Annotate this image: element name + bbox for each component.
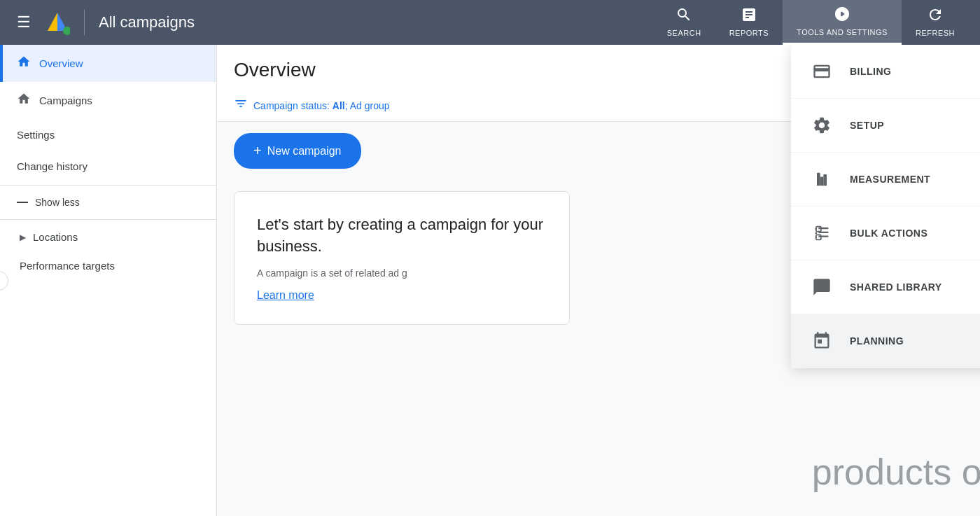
hamburger-menu[interactable]: ☰	[11, 9, 36, 36]
reports-label: REPORTS	[729, 29, 769, 38]
search-label: SEARCH	[667, 29, 701, 38]
dropdown-item-shared-library[interactable]: SHARED LIBRARY ∨	[791, 260, 980, 314]
page-title: All campaigns	[99, 13, 645, 32]
dropdown-item-setup[interactable]: SETUP ∨	[791, 99, 980, 153]
search-button[interactable]: SEARCH	[653, 1, 715, 43]
nav-divider	[84, 10, 85, 35]
sidebar-item-locations[interactable]: ▶ Locations	[0, 223, 216, 251]
tools-settings-label: TOOLS AND SETTINGS	[797, 28, 888, 37]
refresh-label: REFRESH	[916, 29, 955, 38]
svg-rect-3	[817, 173, 820, 186]
sidebar-item-change-history-left: Change history	[17, 160, 88, 172]
shared-library-label: SHARED LIBRARY	[850, 281, 980, 293]
nav-actions: SEARCH REPORTS TOOLS AND SETTINGS REFRES…	[653, 0, 969, 45]
sidebar-divider2	[0, 219, 216, 220]
measurement-label: MEASUREMENT	[850, 174, 980, 185]
billing-label: BILLING	[850, 66, 980, 77]
svg-rect-5	[823, 174, 827, 186]
empty-state-title: Let's start by creating a campaign for y…	[257, 214, 547, 258]
sidebar-campaigns-label: Campaigns	[39, 95, 92, 106]
sidebar-settings-label: Settings	[17, 129, 55, 141]
sidebar-divider	[0, 185, 216, 186]
dropdown-item-bulk-actions[interactable]: BULK ACTIONS ∨	[791, 207, 980, 260]
sidebar-performance-targets-label: Performance targets	[20, 260, 115, 272]
sidebar-item-overview[interactable]: Overview	[0, 45, 216, 82]
top-navigation: ☰ All campaigns SEARCH REPORTS	[0, 0, 980, 45]
filter-bold: All	[332, 100, 345, 111]
tools-icon	[834, 6, 850, 25]
sidebar-locations-label: Locations	[33, 231, 78, 243]
campaigns-icon	[17, 92, 31, 109]
refresh-button[interactable]: REFRESH	[902, 1, 969, 43]
sidebar: Overview Campaigns Settings Change histo…	[0, 45, 217, 516]
bulk-actions-label: BULK ACTIONS	[850, 228, 980, 239]
bulk-actions-icon	[808, 219, 836, 247]
sidebar-item-performance-targets[interactable]: Performance targets	[0, 251, 216, 280]
search-icon	[676, 6, 692, 26]
main-layout: Overview Campaigns Settings Change histo…	[0, 45, 980, 516]
background-text-products: products or	[812, 451, 980, 493]
shared-library-icon	[808, 273, 836, 301]
planning-icon	[808, 327, 836, 355]
new-campaign-button[interactable]: + New campaign	[234, 133, 361, 169]
dropdown-item-measurement[interactable]: MEASUREMENT ∨	[791, 153, 980, 207]
sidebar-item-campaigns[interactable]: Campaigns	[0, 82, 216, 119]
svg-marker-0	[48, 13, 57, 31]
filter-suffix: ; Ad group	[345, 100, 390, 111]
reports-icon	[741, 6, 757, 26]
google-ads-logo	[45, 10, 70, 35]
plus-icon: +	[253, 143, 262, 159]
learn-more-link[interactable]: Learn more	[257, 289, 314, 301]
empty-state-card: Let's start by creating a campaign for y…	[234, 191, 570, 325]
setup-label: SETUP	[850, 120, 980, 131]
svg-rect-4	[820, 177, 824, 186]
sidebar-item-change-history[interactable]: Change history ›	[0, 151, 216, 182]
sidebar-item-settings-left: Settings	[17, 129, 55, 141]
content-area: Overview Campaign status: All; Ad group …	[217, 45, 980, 516]
billing-icon	[808, 57, 836, 85]
measurement-icon	[808, 165, 836, 193]
sidebar-item-campaigns-left: Campaigns	[17, 92, 92, 109]
refresh-icon	[927, 6, 944, 26]
home-icon	[17, 55, 31, 72]
locations-expand-icon: ▶	[20, 232, 26, 242]
sidebar-change-history-label: Change history	[17, 160, 88, 172]
tools-settings-button[interactable]: TOOLS AND SETTINGS	[783, 0, 902, 45]
filter-icon	[234, 97, 248, 114]
dropdown-item-billing[interactable]: BILLING ∨	[791, 45, 980, 99]
planning-label: PLANNING	[850, 335, 980, 347]
filter-text: Campaign status: All; Ad group	[253, 100, 390, 111]
reports-button[interactable]: REPORTS	[715, 1, 783, 43]
sidebar-item-overview-left: Overview	[17, 55, 83, 72]
empty-state-desc: A campaign is a set of related ad g	[257, 266, 547, 281]
show-less-dash-icon	[17, 202, 28, 203]
new-campaign-label: New campaign	[267, 145, 342, 158]
setup-icon	[808, 111, 836, 139]
dropdown-item-planning[interactable]: PLANNING ∨	[791, 314, 980, 368]
sidebar-overview-label: Overview	[39, 57, 83, 69]
show-less-button[interactable]: Show less	[0, 188, 216, 216]
filter-prefix: Campaign status:	[253, 100, 332, 111]
show-less-label: Show less	[35, 197, 80, 208]
sidebar-item-settings[interactable]: Settings	[0, 119, 216, 151]
tools-dropdown-menu: BILLING ∨ SETUP ∨ MEASUREMENT ∨	[791, 45, 980, 368]
